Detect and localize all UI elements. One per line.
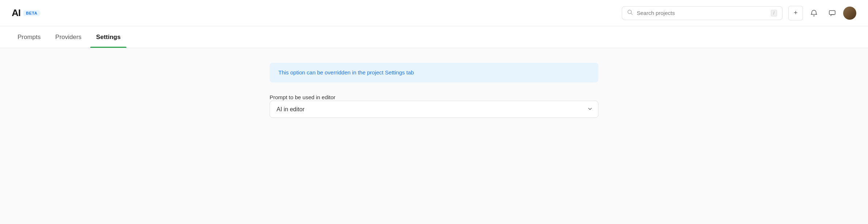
info-banner-text: This option can be overridden in the pro… [278, 69, 414, 76]
navbar: AI BETA / + [0, 0, 868, 26]
prompt-select[interactable]: AI in editor [270, 101, 598, 118]
info-banner: This option can be overridden in the pro… [270, 63, 598, 82]
main-content: This option can be overridden in the pro… [0, 48, 868, 224]
search-icon [627, 9, 633, 17]
logo-area: AI BETA [12, 7, 40, 19]
search-slash-key: / [771, 10, 777, 16]
prompt-field-group: Prompt to be used in editor AI in editor [270, 94, 598, 118]
search-input[interactable] [637, 10, 767, 16]
field-label: Prompt to be used in editor [270, 94, 335, 100]
notifications-button[interactable] [807, 6, 821, 20]
tab-settings[interactable]: Settings [90, 26, 126, 48]
search-bar[interactable]: / [622, 6, 783, 20]
add-button[interactable]: + [788, 6, 803, 20]
beta-badge: BETA [23, 10, 40, 16]
content-wrapper: This option can be overridden in the pro… [270, 63, 598, 118]
svg-rect-2 [829, 11, 835, 15]
chat-button[interactable] [825, 6, 840, 20]
select-wrapper: AI in editor [270, 101, 598, 118]
tab-providers[interactable]: Providers [49, 26, 87, 48]
navbar-actions: + [788, 6, 856, 20]
tabs-container: Prompts Providers Settings [0, 26, 868, 48]
svg-line-1 [631, 13, 633, 15]
tab-prompts[interactable]: Prompts [12, 26, 46, 48]
logo-text: AI [12, 7, 20, 19]
avatar[interactable] [843, 7, 856, 20]
